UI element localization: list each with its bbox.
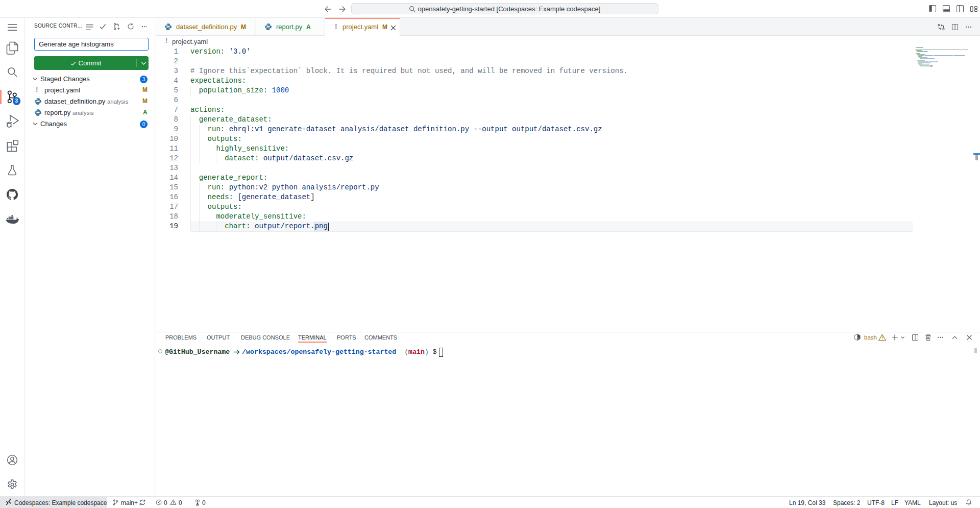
svg-text:bash: bash bbox=[864, 334, 877, 341]
